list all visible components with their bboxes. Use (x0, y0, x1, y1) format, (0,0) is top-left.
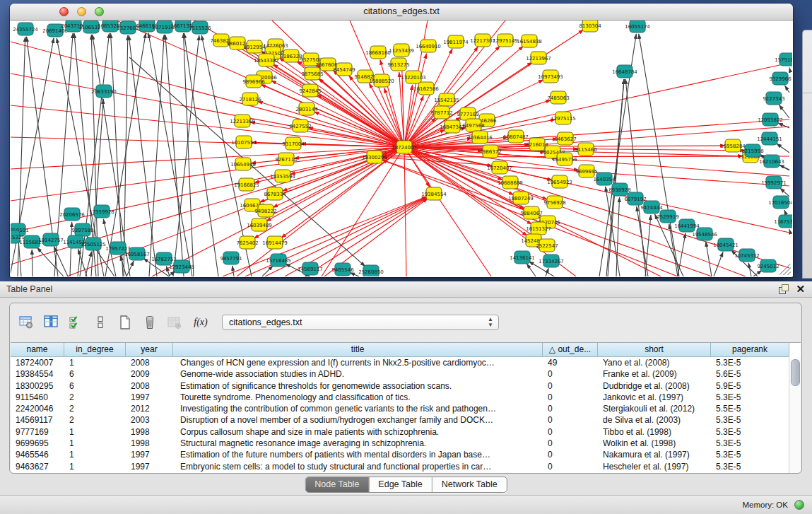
table-row[interactable]: 969969511998Structural magnetic resonanc… (11, 438, 801, 449)
graph-node[interactable]: 16055174 (625, 21, 650, 33)
table-cell[interactable]: 19384554 (11, 368, 64, 380)
graph-node[interactable]: 10107554 (231, 136, 257, 148)
close-panel-icon[interactable]: ✕ (796, 284, 805, 294)
graph-node[interactable]: 7625402 (236, 236, 258, 249)
table-cell[interactable]: Genome-wide association studies in ADHD. (173, 368, 543, 380)
graph-node[interactable]: 9245012 (757, 259, 779, 272)
table-cell[interactable]: 6 (64, 380, 126, 392)
graph-node[interactable]: 19166825 (234, 178, 259, 191)
graph-node[interactable]: 9463627 (554, 132, 576, 145)
table-cell[interactable]: Embryonic stem cells: a model to study s… (173, 461, 543, 472)
graph-node[interactable]: 12217307 (470, 34, 495, 47)
close-window-button[interactable] (59, 7, 69, 16)
row-height-icon[interactable] (91, 313, 110, 332)
minimize-window-button[interactable] (77, 7, 86, 16)
float-panel-icon[interactable] (779, 284, 789, 294)
graph-node[interactable]: 2522547 (536, 239, 558, 252)
table-cell[interactable]: 1997 (126, 461, 173, 472)
graph-node[interactable]: 9474444 (640, 201, 663, 214)
graph-node[interactable]: 9317004 (282, 137, 305, 150)
table-cell[interactable]: 1 (64, 461, 126, 472)
table-row[interactable]: 1872400712008Changes of HCN gene express… (11, 357, 801, 368)
graph-node[interactable]: 12213369 (230, 115, 255, 127)
graph-node[interactable]: 6879197 (624, 192, 646, 205)
graph-node[interactable]: 8678334 (264, 187, 286, 200)
table-cell[interactable]: 0 (543, 403, 598, 414)
table-cell[interactable]: 5.6E-5 (711, 368, 789, 380)
column-header-in_degree[interactable]: in_degree (64, 343, 126, 357)
table-row[interactable]: 1830029562008Estimation of significance … (11, 380, 801, 392)
graph-node[interactable]: 9613275 (387, 58, 409, 71)
graph-node[interactable]: 19654923 (547, 175, 572, 188)
table-cell[interactable]: Franke et al. (2009) (598, 368, 711, 380)
table-cell[interactable]: Changes of HCN gene expression and I(f) … (173, 357, 543, 368)
table-cell[interactable]: 1 (64, 357, 126, 368)
table-cell[interactable]: Investigating the contribution of common… (173, 403, 543, 414)
graph-node[interactable]: 9115460 (575, 143, 596, 156)
graph-node[interactable]: 8130304 (579, 21, 601, 32)
table-cell[interactable]: Tibbo et al. (1998) (598, 426, 711, 438)
graph-node[interactable]: 20206576 (59, 208, 85, 221)
graph-node[interactable]: 8427552 (289, 119, 311, 132)
table-cell[interactable]: 0 (543, 449, 598, 460)
graph-node[interactable]: 25260850 (358, 265, 384, 276)
graph-node[interactable]: 1640354 (593, 173, 616, 185)
memory-status-indicator[interactable] (794, 500, 804, 510)
delete-table-icon[interactable] (165, 313, 184, 332)
table-cell[interactable]: 1997 (126, 392, 173, 403)
table-cell[interactable]: 22420046 (11, 403, 64, 414)
table-cell[interactable]: Tourette syndrome. Phenomenology and cla… (173, 392, 543, 403)
table-cell[interactable]: 0 (543, 380, 598, 392)
table-cell[interactable]: 14569117 (11, 414, 64, 426)
table-cell[interactable]: 2003 (126, 414, 173, 426)
table-cell[interactable]: Dudbridge et al. (2008) (598, 380, 711, 392)
table-cell[interactable]: 1 (64, 449, 126, 460)
graph-node[interactable]: 9699695 (575, 165, 597, 177)
table-cell[interactable]: 2009 (126, 368, 173, 380)
graph-node[interactable]: 24355724 (13, 23, 38, 35)
table-row[interactable]: 1456911722003Disruption of a novel membe… (11, 414, 801, 426)
table-select-combo[interactable]: citations_edges.txt ▲▼ (222, 315, 499, 330)
graph-node[interactable]: 8267110 (275, 153, 297, 165)
graph-node[interactable]: 9227343 (763, 92, 784, 105)
graph-node[interactable]: 6497568 (462, 119, 484, 132)
table-cell[interactable]: Corpus callosum shape and size in male p… (173, 426, 543, 438)
column-header-pagerank[interactable]: pagerank (711, 343, 789, 357)
table-cell[interactable]: 5.3E-5 (711, 357, 789, 368)
graph-node[interactable]: 18045421 (713, 238, 739, 251)
table-cell[interactable]: Estimation of the future numbers of pati… (173, 449, 543, 460)
function-builder-icon[interactable]: f(x) (190, 313, 211, 332)
table-cell[interactable]: 5.5E-5 (711, 403, 789, 414)
tab-edge-table[interactable]: Edge Table (368, 477, 431, 492)
table-cell[interactable]: Wolkin et al. (1998) (598, 438, 711, 449)
graph-node[interactable]: 9875685 (301, 67, 323, 80)
graph-node[interactable]: 8186328 (280, 49, 302, 62)
tab-node-table[interactable]: Node Table (305, 477, 368, 492)
table-cell[interactable]: 5.3E-5 (711, 426, 789, 438)
table-cell[interactable]: 0 (543, 392, 598, 403)
graph-node[interactable]: 9857791 (220, 252, 242, 264)
graph-node[interactable]: 9498222 (254, 204, 276, 217)
table-row[interactable]: 977716911998Corpus callosum shape and si… (11, 426, 801, 438)
graph-node[interactable]: 19811974 (443, 35, 469, 48)
table-cell[interactable]: 1 (64, 426, 126, 438)
table-cell[interactable]: 1998 (126, 426, 173, 438)
table-cell[interactable]: 2 (64, 414, 126, 426)
graph-node[interactable]: 9329966 (769, 72, 792, 85)
graph-node[interactable]: 9465546 (331, 263, 354, 276)
new-table-icon[interactable] (116, 313, 134, 332)
graph-node[interactable]: 17016504 (768, 196, 792, 209)
table-cell[interactable]: 5.3E-5 (711, 438, 789, 449)
graph-node[interactable]: 15751074 (775, 53, 792, 66)
delete-rows-icon[interactable] (141, 313, 159, 332)
table-cell[interactable]: 2012 (126, 403, 173, 414)
graph-node[interactable]: 7485063 (547, 91, 569, 104)
table-cell[interactable]: 2008 (126, 380, 173, 392)
graph-node[interactable]: 14136141 (510, 251, 535, 264)
table-settings-icon[interactable] (17, 313, 35, 332)
table-cell[interactable]: 9777169 (11, 426, 64, 438)
table-cell[interactable]: 9465546 (11, 449, 64, 460)
table-cell[interactable]: de Silva et al. (2003) (598, 414, 711, 426)
table-cell[interactable]: 1998 (126, 438, 173, 449)
table-cell[interactable]: 0 (543, 426, 598, 438)
